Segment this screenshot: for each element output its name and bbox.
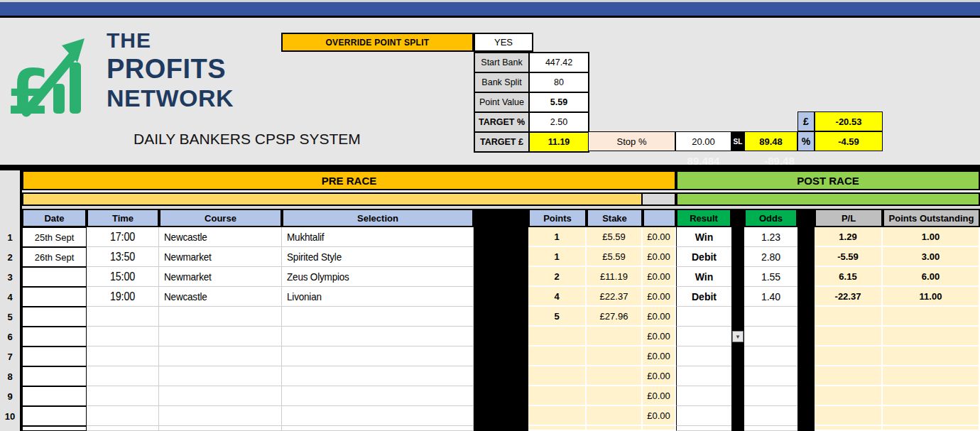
cell-points-outstanding[interactable] — [883, 366, 980, 386]
cell-fee[interactable]: £0.00 — [643, 406, 676, 426]
cell-date[interactable] — [22, 366, 87, 386]
cell-selection[interactable]: Mukhtalif — [282, 227, 474, 247]
cell-fee[interactable]: £0.00 — [643, 287, 676, 307]
row-number[interactable]: 5 — [0, 307, 20, 327]
cell-stake[interactable] — [587, 327, 643, 347]
cell-date[interactable] — [22, 406, 87, 426]
cell-points[interactable]: 1 — [528, 247, 587, 267]
cell-time[interactable] — [87, 406, 159, 426]
row-number[interactable]: 2 — [0, 247, 20, 267]
cell-result[interactable] — [676, 366, 731, 386]
cell-fee[interactable]: £0.00 — [643, 227, 676, 247]
cell-date[interactable] — [22, 386, 87, 406]
cell-result[interactable]: Debit — [676, 247, 731, 267]
fee-subband-cell[interactable] — [643, 192, 676, 206]
cell-pl[interactable]: -22.37 — [815, 287, 883, 307]
cell-time[interactable]: 15:00 — [87, 267, 159, 287]
cell-time[interactable] — [87, 347, 159, 366]
cell-fee[interactable]: £0.00 — [643, 386, 676, 406]
cell-result[interactable] — [676, 347, 731, 366]
cell-result[interactable]: Win — [676, 227, 731, 247]
cell-course[interactable] — [159, 406, 282, 426]
stop-loss-value-cell[interactable]: 89.48 — [744, 131, 797, 151]
cell-fee[interactable]: £0.00 — [643, 267, 676, 287]
row-number[interactable]: 4 — [0, 287, 20, 307]
cell-stake[interactable]: £27.96 — [587, 307, 643, 327]
cell-result[interactable] — [676, 327, 731, 347]
post-race-band[interactable]: POST RACE — [676, 170, 980, 190]
cell-selection[interactable]: Livonian — [282, 287, 474, 307]
pre-race-subband[interactable] — [22, 192, 643, 206]
cell-time[interactable] — [87, 366, 159, 386]
cell-pl[interactable] — [815, 386, 883, 406]
cell-points[interactable] — [528, 327, 587, 347]
row-number[interactable]: 3 — [0, 267, 20, 287]
cell-date[interactable]: 25th Sept — [22, 227, 87, 247]
setting-value-cell[interactable]: 447.42 — [529, 53, 589, 72]
setting-value-cell[interactable]: 80 — [529, 72, 589, 92]
cell-points-outstanding[interactable]: 1.00 — [883, 227, 980, 247]
cell-result[interactable] — [676, 307, 731, 327]
cell-selection[interactable] — [282, 366, 474, 386]
cell-selection[interactable] — [282, 406, 474, 426]
cell-time[interactable] — [87, 386, 159, 406]
column-header-course[interactable]: Course — [159, 209, 282, 227]
row-number[interactable]: 9 — [0, 386, 20, 406]
cell-points-outstanding[interactable]: 6.00 — [883, 267, 980, 287]
cell-odds[interactable]: 1.40 — [744, 287, 797, 307]
cell-result[interactable] — [676, 386, 731, 406]
cell-course[interactable] — [159, 307, 282, 327]
cell-odds[interactable] — [744, 347, 797, 366]
cell-points-outstanding[interactable]: 11.00 — [883, 287, 980, 307]
cell-course[interactable]: Newcastle — [159, 287, 282, 307]
result-dropdown-button[interactable]: ▼ — [732, 331, 744, 342]
cell-points-outstanding[interactable] — [883, 406, 980, 426]
cell-course[interactable]: Newmarket — [159, 247, 282, 267]
override-point-split-value-cell[interactable]: YES — [474, 33, 533, 52]
cell-date[interactable] — [22, 267, 87, 287]
cell-stake[interactable] — [587, 347, 643, 366]
cell-pl[interactable]: 1.29 — [815, 227, 883, 247]
cell-fee[interactable]: £0.00 — [643, 347, 676, 366]
cell-date[interactable] — [22, 347, 87, 366]
cell-time[interactable] — [87, 327, 159, 347]
row-number[interactable]: 1 — [0, 227, 20, 247]
column-header-fee[interactable] — [643, 209, 676, 227]
cell-result[interactable] — [676, 406, 731, 426]
row-number[interactable]: 7 — [0, 347, 20, 366]
column-header-stake[interactable]: Stake — [587, 209, 643, 227]
cell-pl[interactable] — [815, 327, 883, 347]
cell-stake[interactable] — [587, 386, 643, 406]
cell-odds[interactable] — [744, 406, 797, 426]
cell-stake[interactable]: £5.59 — [587, 227, 643, 247]
stop-percent-value-cell[interactable]: 20.00 — [675, 131, 731, 151]
cell-time[interactable] — [87, 307, 159, 327]
cell-odds[interactable] — [744, 327, 797, 347]
cell-points[interactable] — [528, 406, 587, 426]
cell-points-outstanding[interactable] — [883, 386, 980, 406]
cell-course[interactable]: Newcastle — [159, 227, 282, 247]
cell-stake[interactable]: £22.37 — [587, 287, 643, 307]
cell-pl[interactable]: 6.15 — [815, 267, 883, 287]
cell-selection[interactable]: Spirited Style — [282, 247, 474, 267]
cell-pl[interactable] — [815, 366, 883, 386]
cell-fee[interactable]: £0.00 — [643, 366, 676, 386]
cell-date[interactable] — [22, 327, 87, 347]
cell-pl[interactable]: -5.59 — [815, 247, 883, 267]
cell-points[interactable]: 2 — [528, 267, 587, 287]
cell-points-outstanding[interactable] — [883, 307, 980, 327]
cell-date[interactable] — [22, 287, 87, 307]
cell-time[interactable]: 17:00 — [87, 227, 159, 247]
setting-value-cell[interactable]: 2.50 — [529, 112, 589, 132]
cell-stake[interactable] — [587, 366, 643, 386]
loss-pound-value-cell[interactable]: -20.53 — [815, 111, 883, 131]
cell-odds[interactable]: 2.80 — [744, 247, 797, 267]
cell-selection[interactable]: Zeus Olympios — [282, 267, 474, 287]
cell-date[interactable]: 26th Sept — [22, 247, 87, 267]
column-header-pl[interactable]: P/L — [815, 209, 883, 227]
cell-time[interactable]: 13:50 — [87, 247, 159, 267]
setting-value-cell[interactable]: 5.59 — [529, 92, 589, 112]
column-header-points-outstanding[interactable]: Points Outstanding — [883, 209, 980, 227]
column-header-result[interactable]: Result — [676, 209, 731, 227]
setting-value-cell[interactable]: 11.19 — [529, 132, 589, 152]
